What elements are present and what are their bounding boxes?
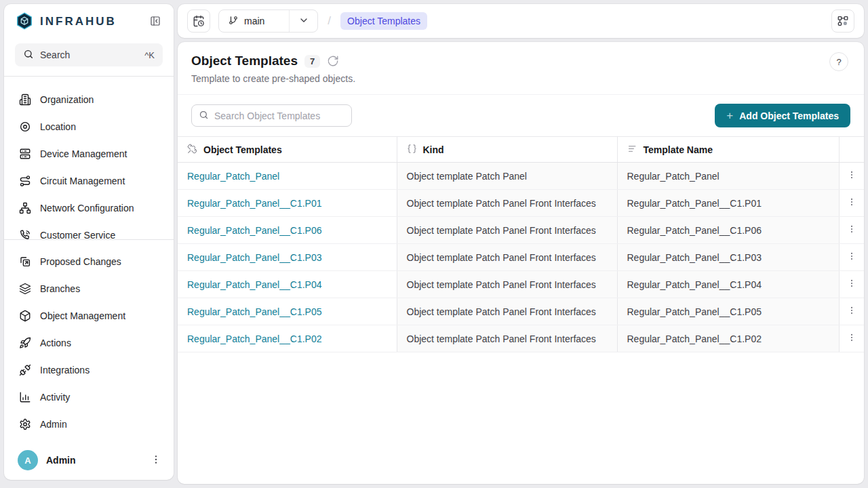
layers-icon bbox=[19, 283, 31, 295]
row-actions-button[interactable] bbox=[844, 303, 859, 320]
branch-selector[interactable]: main bbox=[218, 9, 318, 33]
panel-collapse-icon bbox=[150, 16, 161, 28]
sidebar-item-branches[interactable]: Branches bbox=[4, 275, 174, 302]
sidebar-item-organization[interactable]: Organization bbox=[4, 86, 174, 113]
row-actions-button[interactable] bbox=[844, 276, 859, 293]
cube-icon bbox=[19, 310, 31, 322]
plug-icon bbox=[19, 364, 31, 376]
schema-visualizer-button[interactable] bbox=[831, 9, 854, 33]
row-actions-button[interactable] bbox=[844, 249, 859, 266]
sidebar-item-network-configuration[interactable]: Network Configuration bbox=[4, 195, 174, 222]
kind-cell: Object template Patch Panel Front Interf… bbox=[397, 217, 617, 244]
template-link[interactable]: Regular_Patch_Panel__C1.P04 bbox=[187, 279, 321, 290]
rocket-icon bbox=[19, 337, 31, 349]
locate-icon bbox=[19, 121, 31, 133]
schema-icon bbox=[837, 15, 849, 27]
template-link[interactable]: Regular_Patch_Panel__C1.P01 bbox=[187, 198, 321, 209]
sidebar-primary-menu[interactable]: Organization Location Device Management … bbox=[4, 77, 174, 239]
route-icon bbox=[19, 175, 31, 187]
template-link[interactable]: Regular_Patch_Panel__C1.P06 bbox=[187, 225, 321, 236]
add-object-templates-button[interactable]: + Add Object Templates bbox=[715, 104, 850, 127]
column-label: Template Name bbox=[644, 144, 713, 155]
sidebar-item-activity[interactable]: Activity bbox=[4, 384, 174, 411]
column-header-actions bbox=[839, 137, 864, 163]
column-header-kind[interactable]: Kind bbox=[397, 137, 617, 163]
phone-icon bbox=[19, 229, 31, 239]
object-search-field[interactable] bbox=[191, 104, 352, 127]
row-actions-button[interactable] bbox=[844, 330, 859, 347]
page-header: Object Templates 7 ? Template to create … bbox=[178, 42, 864, 95]
user-menu-button[interactable] bbox=[148, 452, 164, 468]
kind-cell: Object template Patch Panel Front Interf… bbox=[397, 271, 617, 298]
kebab-icon bbox=[847, 170, 856, 182]
sidebar-item-object-management[interactable]: Object Management bbox=[4, 302, 174, 329]
sidebar-item-label: Actions bbox=[40, 338, 71, 348]
user-footer: A Admin bbox=[4, 441, 174, 480]
search-icon bbox=[199, 110, 209, 122]
network-icon bbox=[19, 202, 31, 214]
sidebar: INFRAHUB Search ^K Organization Location bbox=[4, 4, 174, 480]
sidebar-item-device-management[interactable]: Device Management bbox=[4, 140, 174, 167]
sidebar-item-proposed-changes[interactable]: Proposed Changes bbox=[4, 248, 174, 275]
object-search-input[interactable] bbox=[214, 110, 344, 121]
sidebar-item-label: Device Management bbox=[40, 148, 127, 159]
breadcrumb-separator: / bbox=[326, 14, 332, 28]
kind-cell: Object template Patch Panel Front Interf… bbox=[397, 325, 617, 352]
help-button[interactable]: ? bbox=[829, 52, 848, 71]
row-actions-button[interactable] bbox=[844, 222, 859, 239]
sidebar-secondary-menu: Proposed Changes Branches Object Managem… bbox=[4, 240, 174, 438]
kebab-icon bbox=[847, 224, 856, 236]
brand-name: INFRAHUB bbox=[40, 15, 140, 28]
template-link[interactable]: Regular_Patch_Panel bbox=[187, 171, 279, 182]
search-shortcut: ^K bbox=[144, 50, 155, 60]
sidebar-item-customer-service[interactable]: Customer Service bbox=[4, 222, 174, 239]
object-templates-table: Object Templates Kind Template Name bbox=[178, 136, 864, 352]
template-link[interactable]: Regular_Patch_Panel__C1.P03 bbox=[187, 252, 321, 263]
infrahub-hexagon-logo bbox=[15, 12, 34, 33]
kind-cell: Object template Patch Panel Front Interf… bbox=[397, 190, 617, 217]
kebab-icon bbox=[847, 197, 856, 209]
refresh-button[interactable] bbox=[327, 55, 339, 67]
page-subtitle: Template to create pre-shaped objects. bbox=[191, 73, 850, 84]
sidebar-item-label: Proposed Changes bbox=[40, 256, 121, 267]
sidebar-item-label: Circuit Management bbox=[40, 176, 125, 186]
sidebar-search[interactable]: Search ^K bbox=[15, 43, 163, 66]
sidebar-item-label: Object Management bbox=[40, 310, 125, 321]
sidebar-item-label: Network Configuration bbox=[40, 203, 134, 214]
sidebar-item-actions[interactable]: Actions bbox=[4, 329, 174, 357]
sidebar-item-label: Admin bbox=[40, 419, 67, 430]
template-link[interactable]: Regular_Patch_Panel__C1.P02 bbox=[187, 333, 321, 344]
kebab-icon bbox=[847, 306, 856, 317]
topbar: main / Object Templates bbox=[178, 4, 864, 38]
brand-header: INFRAHUB bbox=[4, 4, 174, 39]
count-badge: 7 bbox=[304, 55, 320, 68]
sidebar-item-admin[interactable]: Admin bbox=[4, 411, 174, 438]
sidebar-search-placeholder: Search bbox=[40, 49, 138, 60]
sidebar-item-location[interactable]: Location bbox=[4, 113, 174, 140]
braces-icon bbox=[407, 144, 417, 156]
sidebar-item-label: Activity bbox=[40, 392, 70, 403]
copy-arrow-icon bbox=[19, 256, 31, 268]
avatar: A bbox=[18, 450, 38, 470]
sidebar-collapse-button[interactable] bbox=[146, 13, 164, 30]
template-name-cell: Regular_Patch_Panel bbox=[617, 163, 839, 190]
kind-cell: Object template Patch Panel bbox=[397, 163, 617, 190]
building-icon bbox=[19, 94, 31, 106]
column-header-object-templates[interactable]: Object Templates bbox=[178, 137, 397, 163]
breadcrumb-object-templates[interactable]: Object Templates bbox=[340, 12, 427, 30]
kebab-icon bbox=[847, 333, 856, 344]
table-toolbar: + Add Object Templates bbox=[178, 95, 864, 136]
kebab-icon bbox=[847, 251, 856, 263]
kind-cell: Object template Patch Panel Front Interf… bbox=[397, 244, 617, 271]
row-actions-button[interactable] bbox=[844, 167, 859, 184]
sidebar-item-integrations[interactable]: Integrations bbox=[4, 357, 174, 384]
template-name-cell: Regular_Patch_Panel__C1.P02 bbox=[617, 325, 839, 352]
time-travel-button[interactable] bbox=[187, 9, 210, 33]
row-actions-button[interactable] bbox=[844, 195, 859, 211]
plus-icon: + bbox=[726, 110, 733, 121]
template-link[interactable]: Regular_Patch_Panel__C1.P05 bbox=[187, 306, 321, 317]
column-header-template-name[interactable]: Template Name bbox=[617, 137, 839, 163]
refresh-icon bbox=[327, 55, 339, 67]
sidebar-item-circuit-management[interactable]: Circuit Management bbox=[4, 167, 174, 195]
table-row: Regular_Patch_Panel__C1.P03 Object templ… bbox=[178, 244, 864, 271]
